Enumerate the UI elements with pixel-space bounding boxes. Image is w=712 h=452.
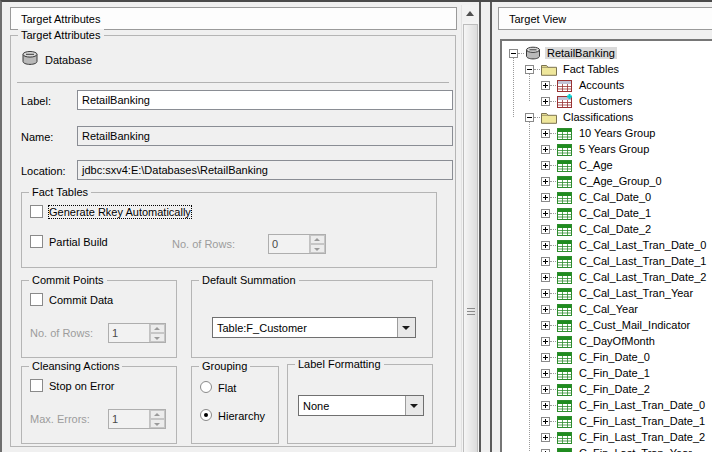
plus-expander-icon[interactable] bbox=[541, 161, 550, 170]
plus-expander-icon[interactable] bbox=[541, 385, 550, 394]
tree-connector bbox=[550, 181, 556, 182]
divider bbox=[17, 82, 449, 83]
tree-node-c-fin-date-1[interactable]: C_Fin_Date_1 bbox=[502, 365, 712, 381]
table-green-icon bbox=[557, 430, 574, 444]
tree-node-label: 5 Years Group bbox=[577, 143, 651, 155]
location-field-value: jdbc:sxv4:E:\Databases\RetailBanking bbox=[82, 164, 268, 176]
tree-node-retailbanking[interactable]: RetailBanking bbox=[502, 45, 712, 61]
plus-expander-icon[interactable] bbox=[541, 305, 550, 314]
tree-node-classifications[interactable]: Classifications bbox=[502, 109, 712, 125]
plus-expander-icon[interactable] bbox=[541, 97, 550, 106]
tree-node-c-fin-last-tran-date-1[interactable]: C_Fin_Last_Tran_Date_1 bbox=[502, 413, 712, 429]
tree-node-c-dayofmonth[interactable]: C_DayOfMonth bbox=[502, 333, 712, 349]
partial-build-label[interactable]: Partial Build bbox=[49, 236, 108, 248]
tree-node-customers[interactable]: Customers bbox=[502, 93, 712, 109]
tree-node-5-years-group[interactable]: 5 Years Group bbox=[502, 141, 712, 157]
tree-node-10-years-group[interactable]: 10 Years Group bbox=[502, 125, 712, 141]
tree-node-c-cal-date-2[interactable]: C_Cal_Date_2 bbox=[502, 221, 712, 237]
tree-connector bbox=[550, 149, 556, 150]
plus-expander-icon[interactable] bbox=[541, 337, 550, 346]
minus-expander-icon[interactable] bbox=[509, 49, 518, 58]
plus-expander-icon[interactable] bbox=[541, 241, 550, 250]
chevron-down-icon[interactable] bbox=[397, 318, 415, 337]
plus-expander-icon[interactable] bbox=[541, 177, 550, 186]
hierarchy-radio-label[interactable]: Hierarchy bbox=[218, 410, 265, 422]
plus-expander-icon[interactable] bbox=[541, 193, 550, 202]
tree-connector bbox=[550, 373, 556, 374]
tree-connector bbox=[534, 69, 540, 70]
label-formatting-dropdown[interactable]: None bbox=[298, 395, 424, 416]
name-field-label: Name: bbox=[21, 131, 53, 143]
tree-node-c-cal-last-tran-year[interactable]: C_Cal_Last_Tran_Year bbox=[502, 285, 712, 301]
tree-node-c-age-group-0[interactable]: C_Age_Group_0 bbox=[502, 173, 712, 189]
tree-node-label: RetailBanking bbox=[545, 47, 617, 59]
table-green-icon bbox=[557, 382, 574, 396]
scroll-up-button[interactable] bbox=[462, 5, 479, 22]
plus-expander-icon[interactable] bbox=[541, 273, 550, 282]
tree-node-fact-tables[interactable]: Fact Tables bbox=[502, 61, 712, 77]
tree-connector bbox=[550, 277, 556, 278]
fact-tables-group-title: Fact Tables bbox=[29, 186, 91, 199]
stop-on-error-label[interactable]: Stop on Error bbox=[49, 380, 114, 392]
grouping-group: Grouping Flat Hierarchy bbox=[191, 366, 279, 444]
tree-node-c-cal-last-tran-date-1[interactable]: C_Cal_Last_Tran_Date_1 bbox=[502, 253, 712, 269]
generate-rkey-checkbox[interactable] bbox=[30, 205, 43, 218]
stop-on-error-checkbox[interactable] bbox=[30, 379, 43, 392]
tree-node-accounts[interactable]: Accounts bbox=[502, 77, 712, 93]
table-green-icon bbox=[557, 366, 574, 380]
tree-node-c-fin-last-tran-year[interactable]: C_Fin_Last_Tran_Year bbox=[502, 445, 712, 452]
tree-node-c-cal-date-0[interactable]: C_Cal_Date_0 bbox=[502, 189, 712, 205]
plus-expander-icon[interactable] bbox=[541, 145, 550, 154]
flat-radio[interactable] bbox=[200, 381, 212, 393]
pane-divider bbox=[479, 2, 481, 452]
minus-expander-icon[interactable] bbox=[525, 113, 534, 122]
tree-node-c-cal-year[interactable]: C_Cal_Year bbox=[502, 301, 712, 317]
plus-expander-icon[interactable] bbox=[541, 417, 550, 426]
partial-build-checkbox[interactable] bbox=[30, 235, 43, 248]
tree-node-c-cal-last-tran-date-0[interactable]: C_Cal_Last_Tran_Date_0 bbox=[502, 237, 712, 253]
commit-data-label[interactable]: Commit Data bbox=[49, 294, 113, 306]
plus-expander-icon[interactable] bbox=[541, 225, 550, 234]
tree-node-c-cal-last-tran-date-2[interactable]: C_Cal_Last_Tran_Date_2 bbox=[502, 269, 712, 285]
tree-node-c-age[interactable]: C_Age bbox=[502, 157, 712, 173]
table-green-icon bbox=[557, 270, 574, 284]
tree-node-label: C_Age bbox=[577, 159, 615, 171]
tree-connector bbox=[550, 85, 556, 86]
tree-node-c-fin-last-tran-date-0[interactable]: C_Fin_Last_Tran_Date_0 bbox=[502, 397, 712, 413]
left-pane-titlebar: Target Attributes bbox=[10, 7, 457, 30]
plus-expander-icon[interactable] bbox=[541, 257, 550, 266]
tree-node-c-fin-date-2[interactable]: C_Fin_Date_2 bbox=[502, 381, 712, 397]
scrollbar-thumb[interactable] bbox=[463, 24, 478, 452]
generate-rkey-label[interactable]: Generate Rkey Automatically bbox=[49, 206, 191, 218]
plus-expander-icon[interactable] bbox=[541, 81, 550, 90]
tree-node-label: C_Cal_Date_0 bbox=[577, 191, 653, 203]
tree-node-c-cal-date-1[interactable]: C_Cal_Date_1 bbox=[502, 205, 712, 221]
table-green-icon bbox=[557, 318, 574, 332]
tree-node-c-fin-date-0[interactable]: C_Fin_Date_0 bbox=[502, 349, 712, 365]
plus-expander-icon[interactable] bbox=[541, 289, 550, 298]
tree-node-c-fin-last-tran-date-2[interactable]: C_Fin_Last_Tran_Date_2 bbox=[502, 429, 712, 445]
plus-expander-icon[interactable] bbox=[541, 401, 550, 410]
hierarchy-radio[interactable] bbox=[200, 409, 212, 421]
minus-expander-icon[interactable] bbox=[525, 65, 534, 74]
table-green-icon bbox=[557, 286, 574, 300]
chevron-down-icon[interactable] bbox=[405, 396, 423, 415]
flat-radio-label[interactable]: Flat bbox=[218, 382, 236, 394]
label-field[interactable]: RetailBanking bbox=[77, 90, 453, 110]
plus-expander-icon[interactable] bbox=[541, 449, 550, 452]
tree-node-label: C_Cal_Date_2 bbox=[577, 223, 653, 235]
tree-node-c-cust-mail-indicator[interactable]: C_Cust_Mail_Indicator bbox=[502, 317, 712, 333]
plus-expander-icon[interactable] bbox=[541, 129, 550, 138]
plus-expander-icon[interactable] bbox=[541, 369, 550, 378]
default-summation-dropdown[interactable]: Table:F_Customer bbox=[212, 317, 416, 338]
label-field-label: Label: bbox=[21, 95, 51, 107]
label-formatting-value: None bbox=[299, 396, 405, 415]
plus-expander-icon[interactable] bbox=[541, 433, 550, 442]
table-green-icon bbox=[557, 350, 574, 364]
plus-expander-icon[interactable] bbox=[541, 353, 550, 362]
plus-expander-icon[interactable] bbox=[541, 209, 550, 218]
plus-expander-icon[interactable] bbox=[541, 321, 550, 330]
tree-node-label: C_Age_Group_0 bbox=[577, 175, 664, 187]
left-pane-scrollbar[interactable] bbox=[461, 5, 479, 452]
commit-data-checkbox[interactable] bbox=[30, 293, 43, 306]
